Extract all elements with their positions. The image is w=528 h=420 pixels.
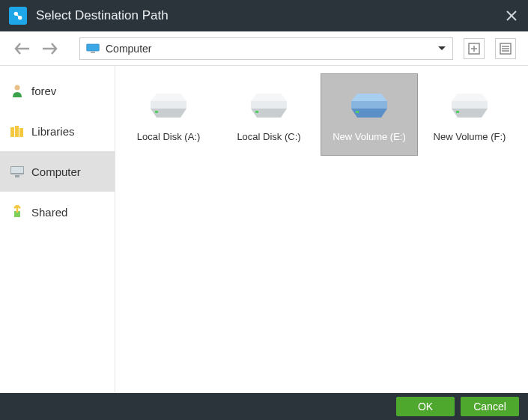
sidebar-item-libraries[interactable]: Libraries (0, 111, 115, 151)
svg-rect-18 (11, 167, 23, 173)
svg-rect-19 (15, 175, 19, 177)
new-folder-button[interactable] (464, 38, 485, 59)
drive-label: New Volume (E:) (333, 131, 406, 142)
toolbar: Computer (0, 31, 528, 66)
svg-marker-27 (251, 94, 287, 101)
svg-rect-36 (456, 111, 459, 113)
svg-marker-23 (151, 94, 186, 101)
ok-button[interactable]: OK (396, 397, 455, 416)
footer: OK Cancel (0, 393, 528, 420)
svg-rect-24 (155, 111, 158, 113)
chevron-down-icon[interactable] (437, 46, 446, 52)
svg-marker-30 (351, 101, 387, 109)
sidebar-item-user[interactable]: forev (0, 70, 115, 111)
sidebar: forev Libraries Computer Shared (0, 66, 115, 393)
hard-drive-icon (248, 91, 290, 121)
sidebar-item-label: forev (31, 85, 56, 97)
svg-marker-34 (452, 101, 488, 109)
body: forev Libraries Computer Shared (0, 66, 528, 393)
svg-marker-22 (151, 101, 186, 109)
cancel-button[interactable]: Cancel (461, 397, 519, 416)
drive-item[interactable]: Local Disk (A:) (120, 73, 217, 156)
titlebar: Select Destination Path (0, 0, 528, 31)
arrow-left-icon (14, 42, 31, 55)
sidebar-item-label: Computer (31, 165, 81, 178)
drive-item[interactable]: New Volume (E:) (321, 73, 418, 156)
content-area: Local Disk (A:) Local Disk (C:) New Volu… (115, 66, 528, 393)
svg-rect-15 (15, 126, 19, 137)
drive-item[interactable]: New Volume (F:) (421, 73, 518, 156)
close-button[interactable] (504, 8, 519, 23)
svg-rect-16 (19, 128, 23, 137)
svg-marker-31 (351, 94, 387, 101)
drive-item[interactable]: Local Disk (C:) (220, 73, 318, 156)
svg-rect-28 (255, 111, 258, 113)
monitor-icon (86, 43, 100, 54)
back-button[interactable] (12, 38, 33, 59)
sidebar-item-label: Shared (31, 206, 67, 219)
hard-drive-icon (348, 91, 390, 121)
svg-rect-32 (356, 111, 359, 113)
hard-drive-icon (449, 91, 491, 121)
monitor-icon (10, 165, 24, 178)
libraries-icon (10, 124, 24, 138)
svg-rect-5 (91, 51, 95, 52)
close-icon (506, 10, 518, 22)
svg-rect-4 (87, 44, 100, 51)
svg-marker-26 (251, 101, 287, 109)
svg-rect-14 (10, 127, 14, 137)
plus-icon (468, 43, 480, 55)
window-title: Select Destination Path (36, 8, 504, 23)
address-bar[interactable]: Computer (79, 37, 453, 60)
drive-label: Local Disk (A:) (137, 131, 201, 142)
view-list-button[interactable] (495, 38, 516, 59)
app-icon (9, 7, 27, 25)
arrow-right-icon (41, 42, 58, 55)
sidebar-item-shared[interactable]: Shared (0, 192, 115, 232)
sidebar-item-computer[interactable]: Computer (0, 151, 115, 192)
sidebar-item-label: Libraries (31, 125, 75, 138)
svg-marker-35 (452, 94, 488, 101)
address-text: Computer (106, 43, 431, 55)
shared-icon (10, 205, 24, 219)
forward-button[interactable] (39, 38, 60, 59)
hard-drive-icon (148, 91, 189, 121)
list-icon (500, 43, 512, 55)
svg-point-13 (15, 85, 20, 91)
drive-label: Local Disk (C:) (237, 131, 300, 142)
user-icon (10, 84, 24, 97)
drive-label: New Volume (F:) (434, 131, 506, 142)
